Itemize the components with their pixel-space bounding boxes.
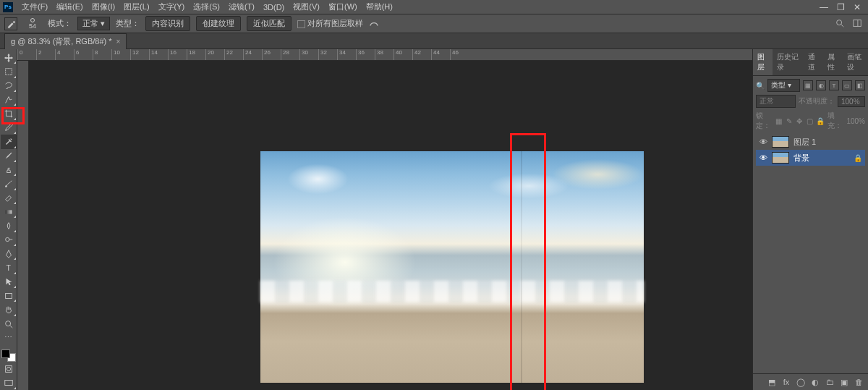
layer-mask-icon[interactable]: ◯ <box>796 377 806 387</box>
edit-toolbar-icon[interactable]: ⋯ <box>1 331 17 344</box>
gradient-tool[interactable] <box>1 205 17 219</box>
link-layers-icon[interactable]: ⬒ <box>767 377 777 387</box>
group-layers-icon[interactable]: 🗀 <box>825 377 835 387</box>
pressure-size-icon[interactable] <box>369 18 380 30</box>
filter-adjust-icon[interactable]: ◐ <box>816 80 826 90</box>
menu-select[interactable]: 选择(S) <box>189 1 224 12</box>
layer-thumbnail <box>772 152 789 164</box>
menu-view[interactable]: 视图(V) <box>289 1 324 12</box>
menu-help[interactable]: 帮助(H) <box>362 1 397 12</box>
menu-3d[interactable]: 3D(D) <box>259 3 289 12</box>
menu-layer[interactable]: 图层(L) <box>119 1 153 12</box>
sample-all-layers-checkbox[interactable]: 对所有图层取样 <box>297 18 363 29</box>
option-content-aware-button[interactable]: 内容识别 <box>145 16 190 31</box>
brush-tool[interactable] <box>1 149 17 163</box>
blend-mode-select[interactable]: 正常 ▾ <box>77 17 110 30</box>
ruler-horizontal[interactable]: 0246810121416182022242628303234363840424… <box>17 49 752 61</box>
filter-type-icon[interactable]: T <box>829 80 839 90</box>
current-tool-icon[interactable] <box>4 17 17 30</box>
path-select-tool[interactable] <box>1 275 17 289</box>
options-bar: 54 模式： 正常 ▾ 类型： 内容识别 创建纹理 近似匹配 对所有图层取样 <box>0 14 868 33</box>
move-tool[interactable] <box>1 51 17 64</box>
filter-shape-icon[interactable]: ▭ <box>842 80 852 90</box>
window-restore-button[interactable]: ❐ <box>833 2 849 12</box>
color-swatches[interactable] <box>1 349 16 363</box>
filter-pixel-icon[interactable]: ▦ <box>803 80 813 90</box>
quickmask-toggle[interactable] <box>1 362 17 376</box>
crop-tool[interactable] <box>1 106 17 120</box>
window-close-button[interactable]: ✕ <box>849 2 865 12</box>
new-layer-icon[interactable]: ▣ <box>839 377 849 387</box>
lock-transparent-icon[interactable]: ▦ <box>775 116 782 126</box>
shape-tool[interactable] <box>1 289 17 302</box>
svg-rect-2 <box>5 69 12 75</box>
lock-pixels-icon[interactable]: ✎ <box>785 116 792 126</box>
brush-preset-picker[interactable]: 54 <box>23 18 42 30</box>
delete-layer-icon[interactable]: 🗑 <box>854 377 864 387</box>
pen-tool[interactable] <box>1 247 17 260</box>
visibility-toggle-icon[interactable]: 👁 <box>759 137 767 146</box>
type-tool[interactable]: T <box>1 260 17 274</box>
document-image <box>260 151 644 383</box>
menu-file[interactable]: 文件(F) <box>17 1 52 12</box>
option-proximity-match-button[interactable]: 近似匹配 <box>247 16 292 31</box>
fill-input[interactable]: 100% <box>846 117 865 125</box>
workspace-switcher-icon[interactable] <box>852 18 864 30</box>
ruler-tick: 24 <box>243 49 262 60</box>
blur-tool[interactable] <box>1 219 17 232</box>
document-tabbar: g @ 83.3% (背景, RGB/8#) * × <box>0 33 868 49</box>
hand-tool[interactable] <box>1 302 17 316</box>
option-create-texture-button[interactable]: 创建纹理 <box>196 16 241 31</box>
menu-filter[interactable]: 滤镜(T) <box>224 1 259 12</box>
visibility-toggle-icon[interactable]: 👁 <box>759 153 767 162</box>
menu-type[interactable]: 文字(Y) <box>154 1 190 12</box>
ruler-tick: 6 <box>74 49 93 60</box>
panel-tab-channels[interactable]: 通道 <box>804 49 823 75</box>
adjustment-layer-icon[interactable]: ◐ <box>810 377 820 387</box>
document-canvas[interactable] <box>29 61 752 390</box>
quick-select-tool[interactable] <box>1 93 17 106</box>
healing-brush-tool[interactable] <box>1 135 17 148</box>
menu-image[interactable]: 图像(I) <box>88 1 119 12</box>
filter-smart-icon[interactable]: ◧ <box>855 80 865 90</box>
clone-stamp-tool[interactable] <box>1 163 17 177</box>
layer-style-icon[interactable]: fx <box>781 377 791 387</box>
svg-point-10 <box>7 367 10 370</box>
menu-edit[interactable]: 编辑(E) <box>52 1 88 12</box>
menu-window[interactable]: 窗口(W) <box>324 1 362 12</box>
lasso-tool[interactable] <box>1 79 17 93</box>
lock-position-icon[interactable]: ✥ <box>796 116 803 126</box>
window-minimize-button[interactable]: — <box>815 2 833 12</box>
lock-artboard-icon[interactable]: ▢ <box>806 116 813 126</box>
close-tab-icon[interactable]: × <box>116 38 121 46</box>
layer-blend-select[interactable]: 正常 <box>756 95 796 108</box>
document-tab[interactable]: g @ 83.3% (背景, RGB/8#) * × <box>4 33 127 49</box>
layer-row[interactable]: 👁 背景 🔒 <box>756 150 865 166</box>
panel-tab-layers[interactable]: 图层 <box>753 49 773 75</box>
ruler-vertical[interactable] <box>17 61 29 390</box>
layer-row[interactable]: 👁 图层 1 <box>756 134 865 150</box>
search-icon[interactable] <box>835 18 846 30</box>
history-brush-tool[interactable] <box>1 177 17 190</box>
svg-rect-7 <box>5 293 12 298</box>
app-logo: Ps <box>3 2 13 12</box>
layer-name[interactable]: 图层 1 <box>793 137 816 148</box>
ruler-tick: 42 <box>412 49 431 60</box>
tool-palette: T ⋯ <box>0 49 17 390</box>
layer-name[interactable]: 背景 <box>793 153 809 164</box>
opacity-input[interactable]: 100% <box>838 96 865 107</box>
lock-all-icon[interactable]: 🔒 <box>816 116 825 126</box>
screenmode-toggle[interactable] <box>1 376 17 390</box>
panel-tab-history[interactable]: 历史记录 <box>773 49 803 75</box>
ruler-tick: 40 <box>393 49 412 60</box>
ruler-tick: 30 <box>299 49 318 60</box>
eyedropper-tool[interactable] <box>1 121 17 135</box>
dodge-tool[interactable] <box>1 233 17 247</box>
zoom-tool[interactable] <box>1 317 17 331</box>
ruler-tick: 32 <box>318 49 337 60</box>
panel-tab-properties[interactable]: 属性 <box>823 49 843 75</box>
eraser-tool[interactable] <box>1 191 17 205</box>
layer-filter-select[interactable]: 类型 ▾ <box>767 79 800 92</box>
marquee-tool[interactable] <box>1 64 17 78</box>
panel-tab-brushes[interactable]: 画笔设 <box>843 49 868 75</box>
